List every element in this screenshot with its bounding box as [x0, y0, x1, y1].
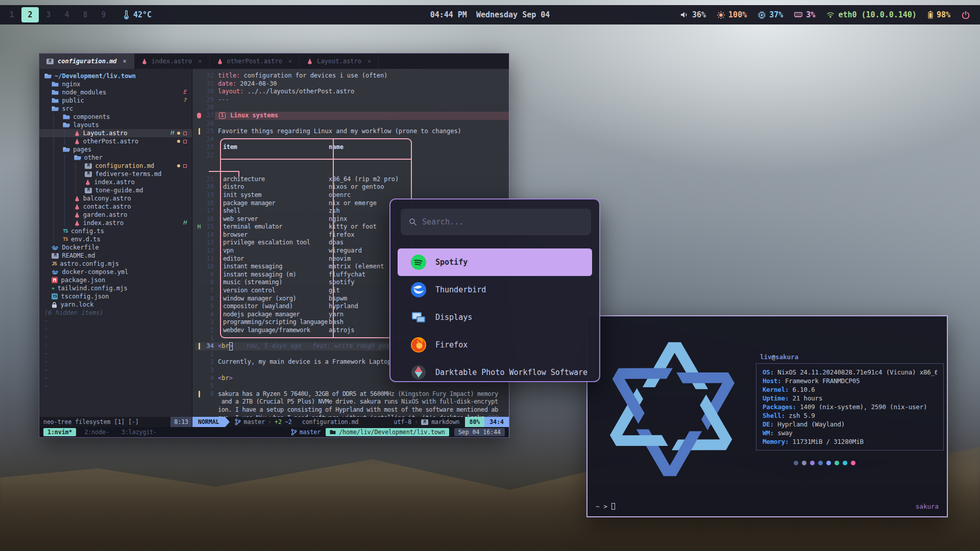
tab-configuration.md[interactable]: Mconfiguration.md×	[39, 54, 134, 69]
launcher-entry-Firefox[interactable]: Firefox	[398, 331, 592, 359]
tree-item-node_modules[interactable]: node_modulesE	[39, 88, 192, 96]
workspace-2[interactable]: 2	[21, 7, 39, 22]
editor-line: 25Favorite things regarding Linux and my…	[195, 128, 509, 136]
tree-item-yarn.lock[interactable]: yarn.lock	[39, 300, 192, 309]
tmux-window-1:nvim*[interactable]: 1:nvim*	[43, 428, 76, 436]
tab-close-icon[interactable]: ×	[368, 58, 371, 65]
tree-item-fediverse-terms.md[interactable]: │ │ │ Mfediverse-terms.md	[39, 170, 192, 178]
fetch-info-value: 6.10.6	[793, 386, 815, 393]
tree-item-Dockerfile[interactable]: Dockerfile	[39, 243, 192, 252]
tab-close-icon[interactable]: ×	[123, 58, 127, 65]
launcher-search-box[interactable]	[401, 209, 591, 235]
editor-line: 5	[195, 382, 509, 390]
git-status-badges: H	[170, 129, 187, 137]
memory-module[interactable]: 3%	[794, 10, 815, 19]
tree-item-package.json[interactable]: package.json	[39, 276, 192, 284]
fetch-info-label: Memory:	[763, 438, 793, 445]
folder-icon	[52, 97, 59, 104]
workspace-9[interactable]: 9	[95, 7, 112, 22]
tree-root[interactable]: ~/Development/liv.town	[39, 72, 192, 80]
tmux-window-2:node-[interactable]: 2:node-	[80, 428, 113, 436]
line-text: ---	[218, 96, 509, 104]
tmux-window-3:lazygit-[interactable]: 3:lazygit-	[117, 428, 161, 436]
power-module[interactable]	[962, 11, 970, 19]
fetch-info-label: WM:	[763, 429, 777, 437]
tree-item-pages[interactable]: │ pages	[39, 145, 192, 154]
git-change-sign-icon	[199, 391, 200, 397]
tree-item-contact.astro[interactable]: │ │ contact.astro	[39, 203, 192, 211]
shell-prompt[interactable]: ~ >	[596, 503, 615, 510]
git-branch-name: master	[244, 418, 265, 425]
tree-item-Layout.astro[interactable]: │ │ Layout.astroH	[39, 129, 192, 137]
launcher-entry-Darktable Photo Workflow Software[interactable]: Darktable Photo Workflow Software	[398, 359, 592, 382]
launcher-entry-Thunderbird[interactable]: Thunderbird	[398, 276, 592, 304]
memory-icon	[794, 12, 802, 18]
tree-item-tone-guide.md[interactable]: │ │ │ Mtone-guide.md	[39, 186, 192, 194]
workspace-3[interactable]: 3	[40, 7, 57, 22]
folder-icon	[63, 114, 70, 120]
tree-item-otherPost.astro[interactable]: │ │ otherPost.astro	[39, 137, 192, 145]
tree-item-layouts[interactable]: │ layouts	[39, 121, 192, 129]
launcher-entry-Spotify[interactable]: Spotify	[398, 248, 592, 276]
tree-item-src[interactable]: src	[39, 105, 192, 113]
astro-icon	[85, 179, 91, 186]
workspace-1[interactable]: 1	[3, 7, 20, 22]
line-number: 11	[203, 255, 218, 263]
tree-item-index.astro[interactable]: │ │ index.astroH	[39, 219, 192, 227]
tree-item-label: node_modules	[62, 88, 106, 96]
tree-item-README.md[interactable]: MREADME.md	[39, 252, 192, 260]
empty-line-tilde: ~	[39, 374, 192, 382]
clock-module[interactable]: 04:44 PM Wednesday Sep 04	[430, 10, 550, 19]
tree-item-configuration.md[interactable]: │ │ │ Mconfiguration.md	[39, 162, 192, 170]
tab-close-icon[interactable]: ×	[198, 58, 202, 65]
neotree-statusline: neo-tree filesystem [1] [-] 8:13	[39, 417, 192, 427]
clock-time: 04:44 PM	[430, 10, 467, 19]
tree-item-astro.config.mjs[interactable]: JSastro.config.mjs	[39, 260, 192, 268]
file-tree-pane[interactable]: ~/Development/liv.town nginx node_module…	[39, 69, 192, 417]
workspace-4[interactable]: 4	[58, 7, 76, 22]
tab-Layout.astro[interactable]: Layout.astro×	[300, 54, 379, 69]
launcher-entry-Displays[interactable]: Displays	[398, 304, 592, 331]
fetch-info-value: NixOS 24.11.20240828.71e91c4 (Vicuna) x8…	[777, 368, 937, 376]
tab-close-icon[interactable]: ×	[288, 58, 292, 65]
tree-item-tsconfig.json[interactable]: TStsconfig.json	[39, 292, 192, 300]
search-input[interactable]	[422, 217, 583, 227]
tree-item-index.astro[interactable]: │ │ │ index.astro	[39, 178, 192, 186]
line-text: layout: ../../layouts/otherPost.astro	[218, 88, 509, 96]
line-text: itemname	[218, 143, 509, 152]
tab-otherPost.astro[interactable]: otherPost.astro×	[210, 54, 300, 69]
brightness-module[interactable]: 100%	[717, 10, 747, 19]
empty-line-tilde: ~	[39, 358, 192, 366]
tree-item-components[interactable]: │ components	[39, 113, 192, 121]
editor-line: 26	[195, 120, 509, 128]
tab-index.astro[interactable]: index.astro×	[134, 54, 210, 69]
tree-item-nginx[interactable]: nginx	[39, 80, 192, 88]
status-letter-H: H	[183, 219, 187, 227]
fetch-info-os: OS: NixOS 24.11.20240828.71e91c4 (Vicuna…	[763, 368, 937, 377]
line-text	[218, 160, 509, 168]
tree-item-env.d.ts[interactable]: │ TSenv.d.ts	[39, 235, 192, 243]
line-number: 17	[203, 207, 218, 215]
tree-item-public[interactable]: public?	[39, 96, 192, 105]
tree-item-tailwind.config.mjs[interactable]: ≈tailwind.config.mjs	[39, 284, 192, 292]
fetch-info-value: sway	[777, 429, 792, 437]
tree-item-balcony.astro[interactable]: │ │ balcony.astro	[39, 194, 192, 203]
tree-item-config.ts[interactable]: │ TSconfig.ts	[39, 227, 192, 235]
volume-module[interactable]: 36%	[680, 10, 706, 19]
cpu-module[interactable]: 37%	[758, 10, 783, 19]
fetch-info-value: zsh 5.9	[789, 412, 815, 419]
tree-item-other[interactable]: │ │ other	[39, 154, 192, 162]
tree-item-garden.astro[interactable]: │ │ garden.astro	[39, 211, 192, 219]
line-text: and a 2TB (Crucial P5 Plus) NVMe drive. …	[218, 398, 509, 406]
cpu-icon	[758, 11, 766, 19]
empty-line-tilde: ~	[39, 317, 192, 325]
workspace-8[interactable]: 8	[77, 7, 94, 22]
editor-line: ove. I use Nix when I need software with…	[195, 414, 509, 417]
battery-module[interactable]: 98%	[928, 10, 950, 19]
empty-line-tilde: ~	[39, 382, 192, 390]
network-module[interactable]: eth0 (10.0.0.140)	[826, 10, 917, 19]
temperature-module[interactable]: 42°C	[124, 10, 152, 20]
fetch-info-label: OS:	[763, 368, 777, 376]
fetch-host: sakura	[775, 353, 798, 361]
tree-item-docker-compose.yml[interactable]: docker-compose.yml	[39, 268, 192, 276]
